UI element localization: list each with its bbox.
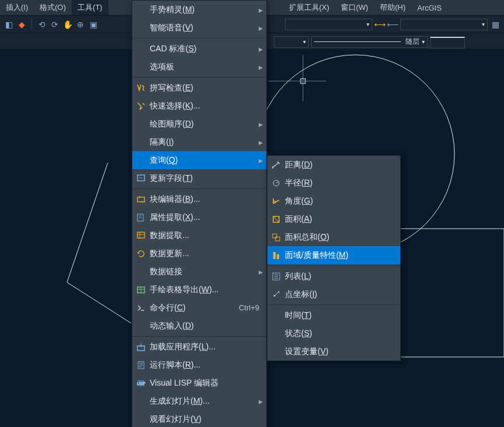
tool-icon-1[interactable]: ◧ <box>3 19 14 30</box>
tools-menu-item-3[interactable]: 选项板▸ <box>132 58 266 76</box>
svg-rect-8 <box>138 232 144 238</box>
tools-menu-label-9: 更新字段(T) <box>150 173 266 184</box>
tools-menu-item-22[interactable]: 观看幻灯片(V) <box>132 410 266 427</box>
tools-menu-item-19[interactable]: 运行脚本(R)... <box>132 356 266 374</box>
tools-menu-label-8: 查询(Q) <box>150 155 255 166</box>
query-menu-item-0[interactable]: 距离(D) <box>267 156 400 174</box>
point-icon <box>267 290 285 299</box>
linetype-label: 随层 <box>406 37 420 47</box>
query-menu-label-2: 角度(G) <box>285 196 400 206</box>
tools-menu-item-4[interactable]: 拼写检查(E) <box>132 79 266 97</box>
shortcut-label: Ctrl+9 <box>239 303 266 312</box>
tools-menu-item-18[interactable]: 加载应用程序(L)... <box>132 338 266 356</box>
tools-menu-item-7[interactable]: 隔离(I)▸ <box>132 133 266 151</box>
tools-menu-item-10[interactable]: 块编辑器(B)... <box>132 190 266 208</box>
query-menu-label-5: 面域/质量特性(M) <box>285 250 400 261</box>
query-menu-item-10[interactable]: 设置变量(V) <box>267 342 400 360</box>
tools-menu-item-2[interactable]: CAD 标准(S)▸ <box>132 40 266 58</box>
submenu-arrow-icon: ▸ <box>255 5 266 15</box>
submenu-arrow-icon: ▸ <box>255 397 266 406</box>
table-icon <box>132 285 150 295</box>
dim-style-icon[interactable]: ⟵ <box>387 19 398 30</box>
dimstyle-dropdown[interactable]: ▾ <box>400 19 488 30</box>
tools-menu-item-5[interactable]: 快速选择(K)... <box>132 97 266 115</box>
table-icon[interactable]: ▦ <box>490 19 501 30</box>
lisp-icon: LISP <box>132 379 150 388</box>
tools-menu-item-12[interactable]: 数据提取... <box>132 226 266 244</box>
tools-menu-item-15[interactable]: 手绘表格导出(W)... <box>132 281 266 299</box>
menu-help[interactable]: 帮助(H) <box>374 0 411 15</box>
tools-menu-item-17[interactable]: 动态输入(D) <box>132 317 266 335</box>
menu-insert[interactable]: 插入(I) <box>0 0 34 15</box>
tools-menu-label-17: 动态输入(D) <box>150 321 266 331</box>
dist-icon <box>267 160 285 170</box>
tools-menu-label-6: 绘图顺序(D) <box>150 119 255 130</box>
query-menu-label-8: 时间(T) <box>285 310 400 321</box>
menu-window[interactable]: 窗口(W) <box>335 0 374 15</box>
svg-rect-18 <box>273 252 276 259</box>
query-menu-item-1[interactable]: 半径(R) <box>267 174 400 192</box>
menu-separator <box>267 304 400 305</box>
tools-menu-item-9[interactable]: 更新字段(T) <box>132 169 266 187</box>
dim-icon[interactable]: ⟷ <box>375 19 385 30</box>
menu-arcgis[interactable]: ArcGIS <box>411 1 447 15</box>
color-dropdown[interactable]: ▾ <box>274 36 309 48</box>
query-menu-item-9[interactable]: 状态(S) <box>267 324 400 342</box>
submenu-arrow-icon: ▸ <box>255 62 266 72</box>
tools-menu-item-16[interactable]: 命令行(C)Ctrl+9 <box>132 299 266 317</box>
svg-rect-17 <box>276 237 280 241</box>
submenu-arrow-icon: ▸ <box>255 120 266 129</box>
tools-menu-item-13[interactable]: 数据更新... <box>132 244 266 262</box>
menu-tools[interactable]: 工具(T) <box>72 0 108 15</box>
tools-menu-label-15: 手绘表格导出(W)... <box>150 285 266 295</box>
query-menu-item-5[interactable]: 面域/质量特性(M) <box>267 246 400 264</box>
query-menu-label-9: 状态(S) <box>285 328 400 339</box>
tools-menu-label-19: 运行脚本(R)... <box>150 360 266 370</box>
tools-menu-label-18: 加载应用程序(L)... <box>150 342 266 352</box>
query-menu-item-4[interactable]: 面积总和(O) <box>267 228 400 246</box>
tools-menu-item-21[interactable]: 生成幻灯片(M)...▸ <box>132 392 266 410</box>
query-menu-label-3: 面积(A) <box>285 214 400 225</box>
query-menu-item-8[interactable]: 时间(T) <box>267 306 400 324</box>
menu-separator <box>132 336 266 337</box>
tools-menu-label-14: 数据链接 <box>150 267 255 277</box>
tools-menu-label-2: CAD 标准(S) <box>150 44 255 54</box>
pan-icon[interactable]: ✋ <box>62 19 73 30</box>
menu-separator <box>267 265 400 266</box>
qselect-icon <box>132 102 150 111</box>
zoom-window-icon[interactable]: ▣ <box>88 19 98 30</box>
tool-icon-2[interactable]: ◆ <box>16 19 27 30</box>
menu-separator <box>132 38 266 38</box>
nav-next-icon[interactable]: ⟳ <box>50 19 60 30</box>
tools-dropdown-menu: 手势精灵(M)▸智能语音(V)▸CAD 标准(S)▸选项板▸拼写检查(E)快速选… <box>132 0 267 427</box>
tools-menu-label-5: 快速选择(K)... <box>150 101 266 111</box>
query-menu-item-2[interactable]: 角度(G) <box>267 192 400 210</box>
tools-menu-item-11[interactable]: 属性提取(X)... <box>132 208 266 226</box>
svg-rect-6 <box>138 197 144 202</box>
mass-icon <box>267 251 285 260</box>
submenu-arrow-icon: ▸ <box>255 44 266 54</box>
tools-menu-item-0[interactable]: 手势精灵(M)▸ <box>132 1 266 19</box>
tools-menu-label-3: 选项板 <box>150 62 255 72</box>
query-menu-item-7[interactable]: 点坐标(I) <box>267 285 400 303</box>
svg-text:LISP: LISP <box>136 382 146 386</box>
tools-menu-label-20: Visual LISP 编辑器 <box>150 378 266 388</box>
query-menu-item-3[interactable]: 面积(A) <box>267 210 400 228</box>
area-icon <box>267 215 285 224</box>
data-icon <box>132 231 150 240</box>
linetype-dropdown[interactable]: 随层 ▾ <box>311 36 428 48</box>
query-menu-item-6[interactable]: 列表(L) <box>267 267 400 285</box>
menu-extensions[interactable]: 扩展工具(X) <box>283 0 335 15</box>
lineweight-dropdown[interactable] <box>430 37 465 48</box>
tools-menu-item-6[interactable]: 绘图顺序(D)▸ <box>132 115 266 133</box>
zoom-icon[interactable]: ⊕ <box>75 19 86 30</box>
menu-format[interactable]: 格式(O) <box>34 0 72 15</box>
tools-menu-item-8[interactable]: 查询(Q)▸ <box>132 151 266 169</box>
nav-prev-icon[interactable]: ⟲ <box>37 19 47 30</box>
tools-menu-item-14[interactable]: 数据链接▸ <box>132 262 266 281</box>
layer-dropdown[interactable]: ▾ <box>285 19 372 30</box>
submenu-arrow-icon: ▸ <box>255 138 266 147</box>
tools-menu-item-20[interactable]: LISPVisual LISP 编辑器 <box>132 374 266 392</box>
tools-menu-item-1[interactable]: 智能语音(V)▸ <box>132 19 266 37</box>
submenu-arrow-icon: ▸ <box>255 156 266 165</box>
